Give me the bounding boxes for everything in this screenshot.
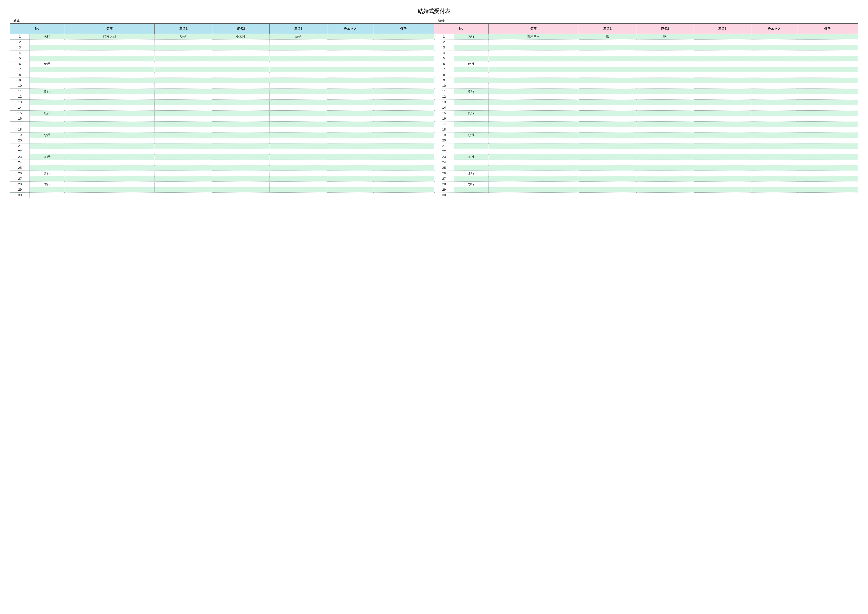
row-number: 7 <box>434 67 454 72</box>
renmei1-cell <box>579 110 636 116</box>
kana-cell <box>454 67 488 72</box>
table-row: 18 <box>10 127 434 132</box>
kana-cell <box>454 127 488 132</box>
renmei3-cell <box>694 56 751 61</box>
check-cell <box>751 149 797 154</box>
name-cell <box>488 138 579 143</box>
renmei3-cell <box>694 39 751 45</box>
kana-cell <box>30 78 64 83</box>
renmei3-cell <box>694 105 751 110</box>
table-row: 15た行 <box>434 110 858 116</box>
renmei3-cell <box>270 39 327 45</box>
name-cell <box>64 176 155 182</box>
check-cell <box>327 89 373 94</box>
remark-cell <box>797 67 858 72</box>
kana-cell <box>30 187 64 193</box>
renmei3-cell <box>270 138 327 143</box>
row-number: 8 <box>434 72 454 78</box>
table-row: 20 <box>434 138 858 143</box>
remark-cell <box>797 83 858 89</box>
renmei3-cell <box>694 187 751 193</box>
renmei1-cell <box>579 154 636 160</box>
table-row: 16 <box>434 116 858 121</box>
renmei2-cell <box>636 132 694 138</box>
row-number: 9 <box>10 78 30 83</box>
table-row: 23は行 <box>10 154 434 160</box>
remark-cell <box>373 50 434 56</box>
renmei3-cell <box>270 83 327 89</box>
table-row: 30 <box>10 193 434 198</box>
name-cell <box>64 187 155 193</box>
check-cell <box>751 171 797 176</box>
kana-cell: あ行 <box>30 34 64 39</box>
renmei3-cell <box>270 94 327 99</box>
row-number: 18 <box>434 127 454 132</box>
name-cell <box>488 105 579 110</box>
check-cell <box>751 193 797 198</box>
remark-cell <box>373 171 434 176</box>
name-cell: 緒方太郎 <box>64 34 155 39</box>
renmei2-cell <box>636 176 694 182</box>
col-header: 連名1 <box>155 23 212 34</box>
renmei3-cell <box>694 143 751 149</box>
kana-cell <box>454 39 488 45</box>
renmei3-cell <box>270 127 327 132</box>
remark-cell <box>373 176 434 182</box>
renmei2-cell <box>636 61 694 67</box>
remark-cell <box>797 94 858 99</box>
renmei3-cell <box>270 50 327 56</box>
remark-cell <box>797 45 858 50</box>
renmei1-cell <box>155 193 212 198</box>
check-cell <box>751 105 797 110</box>
row-number: 9 <box>434 78 454 83</box>
remark-cell <box>373 154 434 160</box>
kana-cell <box>30 56 64 61</box>
check-cell <box>751 116 797 121</box>
kana-cell: か行 <box>30 61 64 67</box>
table-row: 22 <box>10 149 434 154</box>
row-number: 3 <box>10 45 30 50</box>
kana-cell <box>30 193 64 198</box>
table-row: 18 <box>434 127 858 132</box>
renmei3-cell <box>270 61 327 67</box>
renmei3-cell <box>694 72 751 78</box>
table-row: 7 <box>434 67 858 72</box>
renmei3-cell <box>270 78 327 83</box>
row-number: 2 <box>434 39 454 45</box>
renmei1-cell <box>155 127 212 132</box>
renmei3-cell <box>694 176 751 182</box>
name-cell <box>488 171 579 176</box>
row-number: 29 <box>10 187 30 193</box>
renmei2-cell <box>636 50 694 56</box>
check-cell <box>751 89 797 94</box>
check-cell <box>751 176 797 182</box>
table-row: 26ま行 <box>434 171 858 176</box>
table-row: 27 <box>434 176 858 182</box>
name-cell <box>64 182 155 187</box>
renmei1-cell <box>155 138 212 143</box>
name-cell <box>488 176 579 182</box>
table-row: 3 <box>10 45 434 50</box>
name-cell <box>64 94 155 99</box>
remark-cell <box>797 78 858 83</box>
check-cell <box>751 94 797 99</box>
check-cell <box>327 110 373 116</box>
kana-cell: な行 <box>454 132 488 138</box>
renmei1-cell <box>579 138 636 143</box>
kana-cell <box>454 116 488 121</box>
remark-cell <box>373 187 434 193</box>
remark-cell <box>373 110 434 116</box>
row-number: 28 <box>10 182 30 187</box>
check-cell <box>327 121 373 127</box>
renmei3-cell <box>694 132 751 138</box>
renmei2-cell <box>636 127 694 132</box>
renmei2-cell <box>212 89 270 94</box>
renmei2-cell <box>636 165 694 171</box>
renmei2-cell <box>212 110 270 116</box>
bride-side: 新婦No名前連名1連名2連名3チェック備考1あ行青木そら風咲23456か行789… <box>434 19 858 198</box>
kana-cell <box>454 83 488 89</box>
name-cell <box>488 160 579 165</box>
name-cell <box>64 67 155 72</box>
check-cell <box>327 187 373 193</box>
table-row: 5 <box>434 56 858 61</box>
